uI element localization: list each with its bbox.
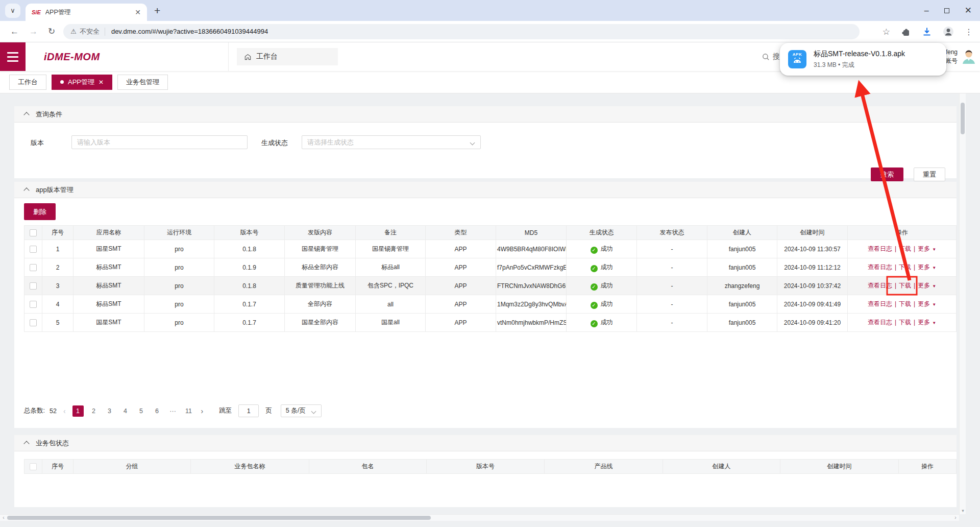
action-view-log[interactable]: 查看日志 (868, 264, 892, 271)
app-version-panel-header[interactable]: app版本管理 (14, 182, 957, 198)
col-created-at: 创建时间 (777, 226, 848, 240)
page-jump-input[interactable] (238, 404, 259, 417)
tab-workbench-label: 工作台 (18, 78, 38, 87)
row-checkbox[interactable] (30, 264, 37, 271)
action-download-highlighted[interactable]: 下载 (899, 282, 911, 289)
search-button[interactable]: 搜索 (871, 167, 903, 181)
page-number[interactable]: 11 (183, 405, 194, 417)
delete-button[interactable]: 删除 (24, 203, 56, 220)
forward-icon[interactable]: → (29, 27, 38, 37)
back-icon[interactable]: ← (10, 27, 19, 37)
row-checkbox[interactable] (30, 319, 37, 326)
action-more[interactable]: 更多 (918, 282, 930, 289)
action-view-log[interactable]: 查看日志 (868, 319, 892, 326)
tab-app-management[interactable]: APP管理 ✕ (52, 75, 112, 90)
security-label[interactable]: 不安全 (80, 27, 100, 36)
version-input[interactable] (71, 135, 248, 149)
action-more[interactable]: 更多 (918, 264, 930, 271)
tab-package-management[interactable]: 业务包管理 (117, 75, 168, 90)
vertical-scrollbar-thumb[interactable] (961, 103, 965, 134)
row-checkbox[interactable] (30, 282, 37, 290)
col-package-name: 业务包名称 (191, 460, 309, 474)
download-bubble[interactable]: APK 标品SMT-release-V0.1.8.apk 31.3 MB • 完… (780, 43, 946, 76)
tab-workbench[interactable]: 工作台 (9, 75, 46, 90)
window-minimize-icon[interactable]: – (924, 6, 929, 15)
bookmark-star-icon[interactable]: ☆ (883, 27, 890, 37)
page-number[interactable]: 5 (136, 405, 147, 417)
browser-menu-kebab-icon[interactable]: ⋮ (965, 27, 973, 37)
page-number[interactable]: 1 (72, 405, 84, 417)
col-app-name: 应用名称 (74, 226, 144, 240)
select-all-checkbox[interactable] (30, 463, 37, 470)
new-tab-button[interactable]: + (154, 5, 160, 17)
vertical-scrollbar[interactable]: ▾ (959, 93, 966, 514)
extensions-puzzle-icon[interactable] (901, 27, 911, 37)
active-dot-icon (60, 80, 64, 84)
tab-package-management-label: 业务包管理 (126, 78, 159, 87)
scroll-left-arrow-icon[interactable]: ‹ (0, 515, 7, 521)
row-checkbox[interactable] (30, 301, 37, 308)
url-bar[interactable]: ⚠ 不安全 dev.dme.com/#/wujie?active=1836660… (63, 24, 860, 39)
page-ellipsis[interactable]: ··· (167, 405, 179, 417)
action-more[interactable]: 更多 (918, 300, 930, 307)
page-size-value: 5 条/页 (286, 406, 306, 415)
url-text: dev.dme.com/#/wujie?active=1836660491039… (111, 28, 268, 35)
reload-icon[interactable]: ↻ (48, 26, 55, 37)
scroll-right-arrow-icon[interactable]: › (952, 515, 959, 521)
action-more[interactable]: 更多 (918, 245, 930, 252)
browser-tab-title: APP管理 (45, 8, 135, 17)
more-caret-icon (932, 247, 936, 252)
page-number[interactable]: 3 (104, 405, 115, 417)
tab-close-icon[interactable]: ✕ (135, 9, 141, 16)
col-creator: 创建人 (663, 460, 780, 474)
next-page-icon[interactable]: › (199, 407, 206, 415)
header-divider (228, 42, 229, 71)
reset-button[interactable]: 重置 (914, 167, 945, 181)
hamburger-menu-button[interactable] (0, 42, 26, 71)
horizontal-scrollbar[interactable]: ‹ › (0, 514, 959, 521)
workspace-chip[interactable]: 工作台 (237, 48, 338, 65)
action-download[interactable]: 下载 (899, 319, 911, 326)
action-view-log[interactable]: 查看日志 (868, 282, 892, 289)
col-version: 版本号 (427, 460, 545, 474)
user-avatar[interactable] (961, 49, 977, 65)
action-download[interactable]: 下载 (899, 245, 911, 252)
col-env: 运行环境 (144, 226, 214, 240)
table-header-row: 序号 分组 业务包名称 包名 版本号 产品线 创建人 创建时间 操作 (24, 460, 957, 474)
query-panel-header[interactable]: 查询条件 (14, 106, 957, 123)
page-number[interactable]: 2 (88, 405, 100, 417)
package-status-panel: 业务包状态 序号 分组 业务包名称 包名 版本号 产品线 创建人 创建时间 操作 (14, 435, 957, 507)
tab-close-x-icon[interactable]: ✕ (99, 79, 104, 86)
page-number[interactable]: 4 (120, 405, 131, 417)
window-maximize-icon[interactable] (944, 8, 949, 13)
profile-avatar-icon[interactable] (943, 26, 954, 37)
action-view-log[interactable]: 查看日志 (868, 300, 892, 307)
pagination: 总条数: 52 ‹ 1 2 3 4 5 6 ··· 11 › 跳至 页 5 条/… (24, 404, 322, 417)
action-more[interactable]: 更多 (918, 319, 930, 326)
window-close-icon[interactable]: ✕ (965, 5, 972, 16)
action-download[interactable]: 下载 (899, 264, 911, 271)
table-row[interactable]: 4 标品SMT pro 0.1.7 全部内容 all APP 1Mqm3z2Dg… (24, 295, 957, 314)
downloads-icon[interactable] (922, 27, 932, 37)
select-all-checkbox[interactable] (30, 229, 37, 236)
search-icon (762, 53, 770, 61)
table-row[interactable]: 2 标品SMT pro 0.1.9 标品全部内容 标品all APP f7pAn… (24, 258, 957, 277)
action-view-log[interactable]: 查看日志 (868, 245, 892, 252)
col-seq: 序号 (42, 460, 74, 474)
header-search[interactable]: 搜 (762, 52, 780, 61)
row-checkbox[interactable] (30, 246, 37, 253)
table-row[interactable]: 5 国星SMT pro 0.1.7 国星全部内容 国星all APP vtNm0… (24, 314, 957, 332)
browser-tab[interactable]: SiE APP管理 ✕ (26, 4, 147, 21)
tab-search-chevron-icon[interactable]: ∨ (5, 4, 20, 18)
page-size-select[interactable]: 5 条/页 (281, 404, 322, 417)
action-download[interactable]: 下载 (899, 300, 911, 307)
table-row[interactable]: 1 国星SMT pro 0.1.8 国星锡膏管理 国星锡膏管理 APP 4W9B… (24, 240, 957, 258)
table-row-highlighted[interactable]: 3 标品SMT pro 0.1.8 质量管理功能上线 包含SPC，IPQC AP… (24, 277, 957, 295)
gen-status-select[interactable]: 请选择生成状态 (302, 135, 481, 149)
prev-page-icon[interactable]: ‹ (61, 407, 68, 415)
package-status-panel-header[interactable]: 业务包状态 (14, 435, 957, 451)
horizontal-scrollbar-thumb[interactable] (7, 516, 431, 520)
page-number[interactable]: 6 (152, 405, 163, 417)
total-label: 总条数: (24, 406, 45, 415)
scroll-down-arrow-icon[interactable]: ▾ (960, 507, 966, 514)
